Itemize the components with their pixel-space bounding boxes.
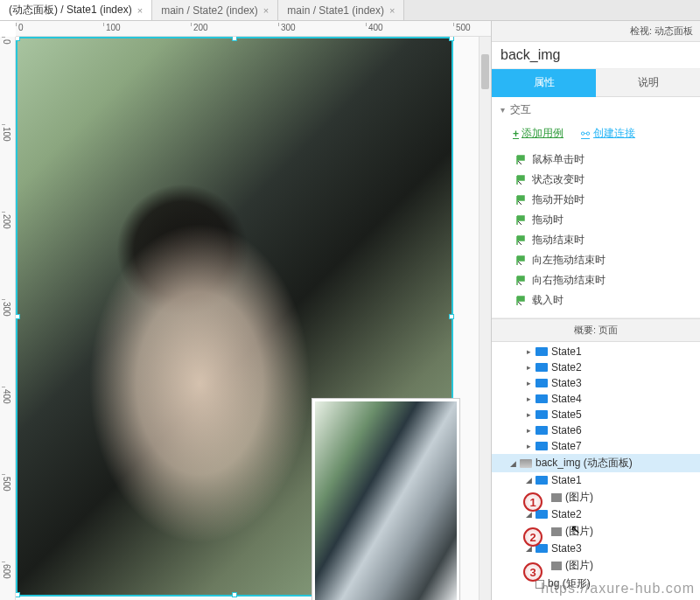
selected-image-widget[interactable] — [16, 37, 453, 597]
plus-icon: + — [513, 128, 519, 140]
close-icon[interactable]: × — [137, 5, 143, 16]
expand-icon[interactable]: ◢ — [509, 459, 516, 468]
vertical-scrollbar[interactable] — [479, 37, 491, 600]
tree-label: State3 — [551, 377, 582, 389]
section-header-interactions[interactable]: ▾ 交互 — [492, 97, 700, 122]
tree-label: State5 — [551, 408, 582, 421]
tree-label: State2 — [551, 361, 582, 373]
tree-bg-rect[interactable]: bg (矩形) — [492, 575, 700, 593]
tab-notes[interactable]: 说明 — [596, 69, 700, 97]
tree-state[interactable]: ▸State3 — [492, 375, 700, 391]
resize-handle[interactable] — [232, 592, 237, 597]
resize-handle[interactable] — [16, 592, 20, 597]
resize-handle[interactable] — [449, 37, 454, 41]
event-list: 鼠标单击时状态改变时拖动开始时拖动时拖动结束时向左拖动结束时向右拖动结束时载入时 — [492, 148, 700, 317]
ruler-tick: 500 — [2, 474, 5, 492]
inset-image-content — [315, 401, 457, 600]
create-link-label: 创建连接 — [593, 126, 635, 141]
tab-properties[interactable]: 属性 — [492, 69, 596, 97]
link-icon: ⚯ — [581, 128, 590, 140]
image-icon — [551, 493, 562, 502]
event-flag-icon — [516, 195, 527, 206]
inspector-panel: 检视: 动态面板 back_img 属性 说明 ▾ 交互 + 添加用例 ⚯ — [492, 21, 700, 600]
create-link[interactable]: ⚯ 创建连接 — [581, 126, 635, 141]
scrollbar-thumb[interactable] — [481, 54, 489, 89]
tab-main-state2[interactable]: main / State2 (index) × — [152, 0, 278, 20]
event-item[interactable]: 拖动开始时 — [492, 190, 700, 210]
tree-child-state[interactable]: ◢State2 — [492, 506, 700, 522]
tab-main-state1[interactable]: main / State1 (index) × — [278, 0, 404, 20]
add-case-link[interactable]: + 添加用例 — [513, 126, 564, 141]
dynamic-panel-icon — [520, 459, 532, 468]
expand-icon[interactable]: ▸ — [525, 347, 532, 356]
event-label: 鼠标单击时 — [532, 152, 584, 167]
event-label: 拖动开始时 — [532, 192, 584, 207]
inspector-header: 检视: 动态面板 — [492, 21, 700, 42]
ruler-tick: 300 — [278, 23, 296, 26]
event-label: 向左拖动结束时 — [532, 253, 606, 268]
tree-label: State3 — [551, 542, 582, 555]
tree-state[interactable]: ▸State4 — [492, 391, 700, 407]
expand-icon[interactable]: ▸ — [525, 363, 532, 372]
close-icon[interactable]: × — [263, 5, 269, 16]
expand-icon[interactable]: ▸ — [525, 426, 532, 435]
event-item[interactable]: 向左拖动结束时 — [492, 250, 700, 270]
annotation-badge-1: 1 — [523, 492, 542, 512]
ruler-tick: 100 — [103, 23, 121, 26]
resize-handle[interactable] — [16, 37, 20, 41]
event-item[interactable]: 向右拖动结束时 — [492, 270, 700, 290]
ruler-tick: 600 — [2, 562, 5, 579]
event-label: 拖动结束时 — [532, 233, 584, 248]
ruler-tick: 200 — [2, 212, 5, 229]
interactions-section: ▾ 交互 + 添加用例 ⚯ 创建连接 鼠标单击时状态改变时拖动开始时拖动时拖动结… — [492, 97, 700, 318]
ruler-vertical: 0 100 200 300 400 500 600 — [0, 37, 16, 600]
event-item[interactable]: 拖动结束时 — [492, 230, 700, 250]
canvas[interactable] — [16, 37, 491, 600]
tree-state[interactable]: ▸State5 — [492, 407, 700, 422]
element-name[interactable]: back_img — [492, 42, 700, 69]
tree-back-img[interactable]: ◢back_img (动态面板) — [492, 454, 700, 472]
tree-child-state[interactable]: ◢State3 — [492, 541, 700, 556]
ruler-tick: 0 — [2, 37, 5, 45]
event-flag-icon — [516, 296, 527, 306]
event-item[interactable]: 状态改变时 — [492, 170, 700, 190]
event-label: 向右拖动结束时 — [532, 273, 606, 288]
event-flag-icon — [516, 215, 527, 226]
tree-label: State7 — [551, 440, 582, 452]
folder-icon — [536, 410, 548, 419]
close-icon[interactable]: × — [389, 5, 395, 16]
expand-icon[interactable]: ▸ — [525, 410, 532, 419]
tree-child-state[interactable]: ◢State1 — [492, 472, 700, 488]
tab-state1[interactable]: (动态面板) / State1 (index) × — [0, 0, 152, 20]
tree-state[interactable]: ▸State2 — [492, 359, 700, 375]
inset-image-widget[interactable] — [312, 398, 460, 600]
tree-label: State1 — [551, 474, 582, 486]
tree-state[interactable]: ▸State7 — [492, 438, 700, 454]
event-label: 拖动时 — [532, 213, 564, 227]
folder-icon — [536, 379, 548, 387]
resize-handle[interactable] — [16, 314, 20, 319]
ruler-tick: 400 — [366, 23, 383, 26]
resize-handle[interactable] — [449, 314, 454, 319]
event-item[interactable]: 拖动时 — [492, 210, 700, 230]
tree-state[interactable]: ▸State1 — [492, 344, 700, 359]
annotation-badge-2: 2 — [523, 527, 542, 547]
tab-label: main / State1 (index) — [287, 4, 384, 17]
event-item[interactable]: 鼠标单击时 — [492, 150, 700, 170]
event-flag-icon — [516, 255, 527, 266]
folder-icon — [536, 442, 548, 450]
tab-label: (动态面板) / State1 (index) — [9, 3, 132, 17]
resize-handle[interactable] — [232, 37, 237, 41]
folder-icon — [536, 476, 548, 485]
expand-icon[interactable]: ▸ — [525, 394, 532, 403]
folder-icon — [536, 510, 548, 519]
event-item[interactable]: 载入时 — [492, 290, 700, 310]
expand-icon[interactable]: ▸ — [525, 379, 532, 387]
ruler-tick: 200 — [191, 23, 208, 26]
tree-state[interactable]: ▸State6 — [492, 422, 700, 438]
event-flag-icon — [516, 235, 527, 246]
tab-label: main / State2 (index) — [161, 4, 258, 17]
expand-icon[interactable]: ▸ — [525, 442, 532, 450]
ruler-tick: 400 — [2, 387, 5, 404]
expand-icon[interactable]: ◢ — [525, 476, 532, 485]
